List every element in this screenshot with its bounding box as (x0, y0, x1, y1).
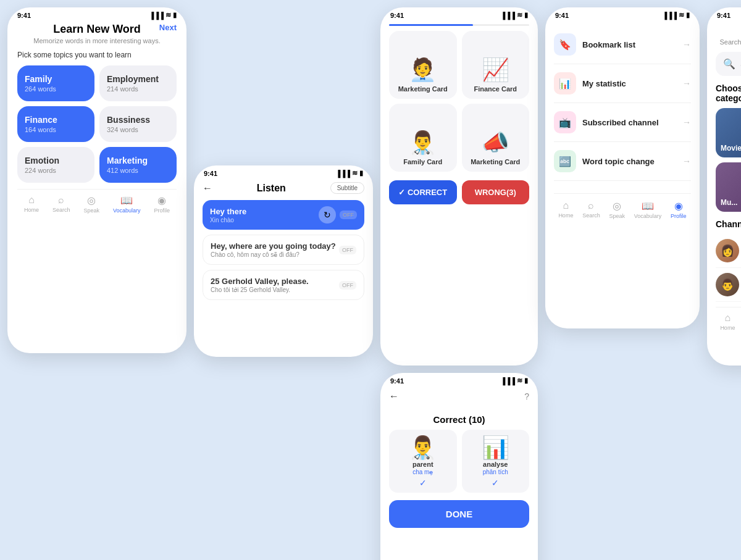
search-subtitle: Searching anything you want to learn her… (716, 38, 741, 46)
profile-menu-content: 🔖 Bookmark list → 📊 My statistic → 📺 Sub… (545, 20, 700, 222)
arrow-word-topic: → (682, 156, 691, 166)
search-icon-p: ⌕ (588, 200, 594, 211)
help-icon[interactable]: ? (524, 391, 529, 401)
nav-home-profile[interactable]: ⌂ Home (558, 200, 573, 219)
nav-speak[interactable]: ◎ Speak (83, 194, 99, 214)
subscribed-icon-box: 📺 (554, 111, 576, 133)
battery-icon-3: ▮ (524, 11, 528, 19)
nav-home-s[interactable]: ⌂ Home (720, 312, 735, 332)
signal-icon-3: ▐▐▐ (501, 12, 515, 19)
next-button[interactable]: Next (159, 23, 177, 32)
back-button-listen[interactable]: ← (203, 183, 212, 194)
menu-subscribed[interactable]: 📺 Subscribed channel → (554, 103, 691, 142)
phone-correct-results: 9:41 ▐▐▐ ≋ ▮ ← ? Correct (10) 👨‍⚕️ paren… (380, 373, 538, 560)
nav-home[interactable]: ⌂ Home (24, 194, 39, 214)
category-label: Choose a category (716, 83, 741, 103)
listen-content: ← Listen Subtitle Hey there Xin chào ↻ O… (194, 178, 373, 312)
nav-profile[interactable]: ◉ Profile (154, 194, 170, 214)
cat-movie[interactable]: Movie (716, 108, 741, 157)
statistic-icon-box: 📊 (554, 72, 576, 94)
vocabulary-icon: 📖 (120, 194, 133, 206)
cat-music[interactable]: Mu... (716, 162, 741, 212)
bottom-nav-search: ⌂ Home ⌕ Search ◎ Speak 📖 Vocabulary ◉ P… (716, 307, 741, 334)
pick-label: Pick some topics you want to learn (17, 51, 177, 59)
battery-icon-2: ▮ (359, 169, 363, 177)
wifi-icon-2: ≋ (352, 169, 358, 177)
channel-header: Channel view all (716, 219, 741, 229)
nav-profile-profile[interactable]: ◉ Profile (671, 200, 687, 219)
topic-emotion[interactable]: Emotion 224 words (17, 147, 94, 183)
phone3-wrapper: 9:41 ▐▐▐ ≋ ▮ 🧑‍💼 Marketing Card 📈 Financ… (380, 7, 538, 560)
topic-employment[interactable]: Employment 214 words (99, 65, 177, 101)
wifi-icon-4: ≋ (679, 11, 684, 19)
card-marketing-1[interactable]: 🧑‍💼 Marketing Card (389, 31, 457, 99)
listen-item-1[interactable]: Hey there Xin chào ↻ OFF (203, 200, 364, 230)
channel-label: Channel (716, 219, 741, 229)
family-figure: 👨‍⚕️ (409, 130, 437, 156)
menu-statistic[interactable]: 📊 My statistic → (554, 64, 691, 103)
phone-profile-menu: 9:41 ▐▐▐ ≋ ▮ 🔖 Bookmark list → 📊 My stat… (545, 7, 700, 328)
battery-icon: ▮ (173, 11, 177, 19)
topic-grid: Family 264 words Employment 214 words Fi… (17, 65, 177, 183)
nav-search-profile[interactable]: ⌕ Search (582, 200, 600, 219)
card-quiz-content: 🧑‍💼 Marketing Card 📈 Finance Card 👨‍⚕️ F… (380, 24, 538, 204)
result-card-grid: 👨‍⚕️ parent cha mẹ ✓ 📊 analyse phân tích… (389, 430, 529, 493)
card-finance-1[interactable]: 📈 Finance Card (462, 31, 530, 99)
category-header: Choose a category Sentence Speak (716, 83, 741, 103)
search-icon-box: 🔍 (723, 58, 735, 70)
listen-header: ← Listen Subtitle (203, 178, 364, 200)
arrow-statistic: → (682, 78, 691, 88)
nav-vocabulary-profile[interactable]: 📖 Vocabulary (634, 200, 662, 219)
card-marketing-2[interactable]: 📣 Marketing Card (462, 104, 530, 172)
menu-word-topic[interactable]: 🔤 Word topic change → (554, 142, 691, 181)
card-family-1[interactable]: 👨‍⚕️ Family Card (389, 104, 457, 172)
topic-finance[interactable]: Finance 164 words (17, 106, 94, 142)
channel-chase[interactable]: 👨 Chase Bailey 129k subscribers → (716, 268, 741, 302)
page-subtitle: Memorize words in more interesting ways. (17, 37, 177, 44)
wifi-icon-3: ≋ (517, 11, 522, 19)
status-bar-4: 9:41 ▐▐▐ ≋ ▮ (545, 7, 700, 20)
search-header: Find anything! Searching anything you wa… (716, 20, 741, 52)
nav-search[interactable]: ⌕ Search (52, 194, 70, 214)
correct-button[interactable]: ✓ CORRECT (389, 180, 457, 204)
quiz-buttons: ✓ CORRECT WRONG(3) (389, 180, 529, 204)
subtitle-button[interactable]: Subtitle (330, 182, 364, 194)
correct-count: Correct (10) (389, 414, 529, 425)
learn-word-content: Learn New Word Memorize words in more in… (7, 20, 186, 224)
vocabulary-icon-p: 📖 (642, 200, 654, 212)
nav-vocabulary[interactable]: 📖 Vocabulary (113, 194, 141, 214)
loop-icon[interactable]: ↻ (319, 206, 336, 224)
learn-word-header: Learn New Word Memorize words in more in… (17, 20, 177, 51)
time-3: 9:41 (390, 12, 404, 19)
menu-bookmark[interactable]: 🔖 Bookmark list → (554, 25, 691, 64)
phone-search: 9:41 ▐▐▐ ≋ ▮ Find anything! Searching an… (707, 7, 741, 366)
listen-item-3[interactable]: 25 Gerhold Valley, please. Cho tôi tới 2… (203, 270, 364, 300)
arrow-subscribed: → (682, 117, 691, 127)
done-button[interactable]: DONE (389, 500, 529, 528)
signal-icon-2: ▐▐▐ (336, 170, 350, 177)
arrow-bookmark: → (682, 40, 691, 49)
channel-cornelia[interactable]: 👩 Cornelia Gordon 129k subscribers → (716, 234, 741, 268)
nav-speak-profile[interactable]: ◎ Speak (609, 200, 625, 219)
avatar-cornelia: 👩 (716, 239, 739, 262)
bottom-nav-1: ⌂ Home ⌕ Search ◎ Speak 📖 Vocabulary ◉ P… (17, 189, 177, 216)
word-topic-icon-box: 🔤 (554, 150, 576, 172)
status-bar-3: 9:41 ▐▐▐ ≋ ▮ (380, 7, 538, 20)
topic-bussiness[interactable]: Bussiness 324 words (99, 106, 177, 142)
finance-figure: 📈 (482, 57, 509, 83)
wifi-icon-3b: ≋ (517, 377, 522, 385)
back-button-correct[interactable]: ← (389, 391, 399, 402)
page-title: Learn New Word (17, 23, 177, 36)
card-grid-top: 🧑‍💼 Marketing Card 📈 Finance Card (389, 31, 529, 99)
topic-marketing[interactable]: Marketing 412 words (99, 147, 177, 183)
signal-icon-3b: ▐▐▐ (501, 377, 515, 385)
correct-header: ← ? (389, 386, 529, 407)
battery-icon-4: ▮ (686, 11, 690, 19)
listen-item-2[interactable]: Hey, where are you going today? Chào cô,… (203, 235, 364, 265)
wrong-button[interactable]: WRONG(3) (462, 180, 530, 204)
topic-family[interactable]: Family 264 words (17, 65, 94, 101)
status-bar-5: 9:41 ▐▐▐ ≋ ▮ (707, 7, 741, 20)
time-1: 9:41 (17, 12, 31, 19)
marketing-figure-2: 📣 (482, 130, 509, 156)
correct-results-content: ← ? Correct (10) 👨‍⚕️ parent cha mẹ ✓ 📊 … (380, 386, 538, 528)
